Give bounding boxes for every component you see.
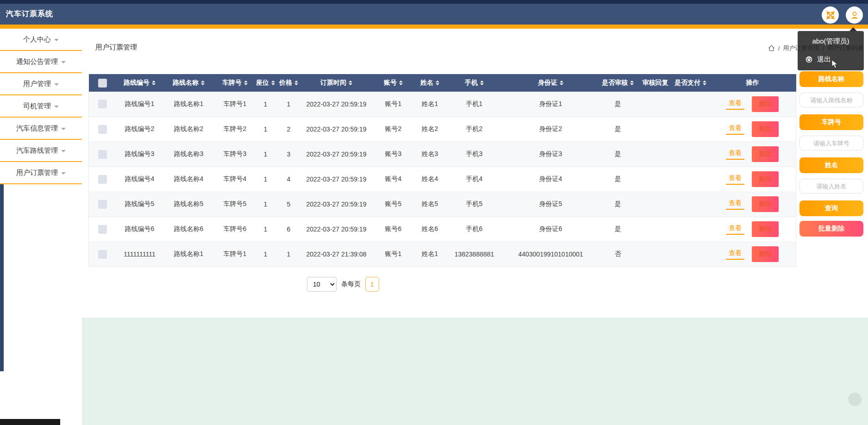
column-header-audited[interactable]: 是否审核 — [597, 74, 639, 92]
delete-button[interactable]: 删除 — [752, 171, 779, 187]
view-button[interactable]: 查看 — [726, 224, 744, 235]
filter-field-button-0[interactable]: 路线名称 — [799, 71, 863, 87]
sidebar-item-4[interactable]: 汽车信息管理 — [0, 118, 82, 140]
column-header-seats[interactable]: 座位 — [256, 74, 276, 92]
sidebar-item-6[interactable]: 用户订票管理 — [0, 162, 82, 184]
column-header-price[interactable]: 价格 — [276, 74, 302, 92]
row-actions: 查看删除 — [709, 96, 796, 112]
sidebar-item-5[interactable]: 汽车路线管理 — [0, 140, 82, 162]
search-button[interactable]: 查询 — [799, 200, 863, 216]
sort-down-arrow — [399, 83, 403, 85]
logout-label: 退出 — [817, 55, 831, 64]
column-header-id-card[interactable]: 身份证 — [505, 74, 597, 92]
sidebar-item-label: 汽车路线管理 — [16, 146, 58, 155]
home-icon[interactable] — [768, 45, 775, 51]
sort-icon[interactable] — [703, 81, 706, 85]
column-header-paid[interactable]: 是否支付 — [672, 74, 709, 92]
filter-input-2[interactable] — [799, 179, 863, 194]
sort-icon[interactable] — [560, 81, 563, 85]
row-checkbox[interactable] — [98, 250, 107, 259]
row-checkbox[interactable] — [98, 125, 107, 134]
delete-button[interactable]: 删除 — [752, 96, 779, 112]
column-header-account[interactable]: 账号 — [371, 74, 416, 92]
sidebar-item-1[interactable]: 通知公告管理 — [0, 51, 82, 73]
filter-input-0[interactable] — [799, 93, 863, 107]
fullscreen-button[interactable] — [822, 6, 839, 24]
cell-ops: 查看删除 — [709, 117, 796, 142]
cell-route-no: 路线编号4 — [117, 167, 163, 192]
sidebar-item-2[interactable]: 用户管理 — [0, 73, 82, 95]
caret-down-icon — [61, 150, 66, 152]
sort-icon[interactable] — [294, 81, 298, 85]
cell-phone: 手机6 — [444, 217, 505, 242]
view-button[interactable]: 查看 — [726, 99, 744, 110]
fullscreen-arrows-icon — [826, 11, 835, 20]
filter-field-button-1[interactable]: 车牌号 — [799, 114, 863, 130]
cell-paid — [672, 117, 709, 142]
row-checkbox[interactable] — [98, 175, 107, 184]
sort-down-arrow — [480, 83, 484, 85]
cell-name: 姓名5 — [416, 192, 444, 217]
filter-input-1[interactable] — [799, 136, 863, 150]
scroll-top-button[interactable] — [848, 393, 862, 406]
cell-book-time: 2022-03-27 21:39:08 — [302, 242, 371, 267]
sort-icon[interactable] — [152, 81, 156, 85]
sort-icon[interactable] — [349, 81, 352, 85]
sort-icon[interactable] — [201, 81, 205, 85]
view-button[interactable]: 查看 — [726, 199, 744, 210]
column-header-route-no[interactable]: 路线编号 — [117, 74, 163, 92]
sidebar-item-label: 汽车信息管理 — [16, 124, 58, 133]
sort-icon[interactable] — [244, 81, 248, 85]
cell-phone: 手机1 — [444, 92, 505, 117]
cell-book-time: 2022-03-27 20:59:19 — [302, 217, 371, 242]
delete-button[interactable]: 删除 — [752, 196, 779, 212]
view-button[interactable]: 查看 — [726, 174, 744, 185]
view-button[interactable]: 查看 — [726, 149, 744, 160]
column-header-route-name[interactable]: 路线名称 — [163, 74, 215, 92]
select-all-checkbox[interactable] — [98, 79, 107, 88]
delete-button[interactable]: 删除 — [752, 121, 779, 137]
column-header-phone[interactable]: 手机 — [444, 74, 505, 92]
sidebar-item-label: 个人中心 — [23, 35, 51, 44]
batch-delete-button[interactable]: 批量删除 — [799, 221, 863, 237]
table-row: 路线编号6路线名称6车牌号6162022-03-27 20:59:19账号6姓名… — [89, 217, 796, 242]
table-header-row: 路线编号路线名称车牌号座位价格订票时间账号姓名手机身份证是否审核审核回复是否支付… — [89, 74, 796, 92]
row-actions: 查看删除 — [709, 121, 796, 137]
sort-down-arrow — [436, 83, 439, 85]
sidebar-item-label: 司机管理 — [23, 102, 51, 111]
delete-button[interactable]: 删除 — [752, 221, 779, 237]
sort-icon[interactable] — [630, 81, 634, 85]
row-checkbox[interactable] — [98, 100, 107, 108]
cell-book-time: 2022-03-27 20:59:19 — [302, 192, 371, 217]
view-button[interactable]: 查看 — [726, 124, 744, 135]
sidebar-item-0[interactable]: 个人中心 — [0, 29, 82, 51]
column-header-plate-no[interactable]: 车牌号 — [215, 74, 256, 92]
row-checkbox[interactable] — [98, 150, 107, 159]
sidebar-item-3[interactable]: 司机管理 — [0, 95, 82, 118]
sort-down-arrow — [630, 83, 634, 85]
page-size-select[interactable]: 10 — [307, 277, 337, 292]
delete-button[interactable]: 删除 — [752, 146, 779, 162]
delete-button[interactable]: 删除 — [752, 246, 779, 262]
cell-phone: 手机2 — [444, 117, 505, 142]
sort-icon[interactable] — [480, 81, 484, 85]
cell-paid — [672, 142, 709, 167]
sort-icon[interactable] — [271, 81, 275, 85]
column-header-book-time[interactable]: 订票时间 — [302, 74, 371, 92]
cell-account: 账号4 — [371, 167, 416, 192]
view-button[interactable]: 查看 — [726, 249, 744, 260]
table-row: 1111111111路线名称1车牌号1112022-03-27 21:39:08… — [89, 242, 796, 267]
sort-icon[interactable] — [436, 81, 439, 85]
logged-in-user-label: abo(管理员) — [798, 31, 864, 51]
cell-seats: 1 — [256, 192, 276, 217]
filter-field-button-2[interactable]: 姓名 — [799, 157, 863, 173]
cell-account: 账号6 — [371, 217, 416, 242]
column-header-name[interactable]: 姓名 — [416, 74, 444, 92]
user-avatar-button[interactable] — [846, 6, 863, 24]
row-checkbox-cell — [89, 192, 117, 217]
table-row: 路线编号3路线名称3车牌号3132022-03-27 20:59:19账号3姓名… — [89, 142, 796, 167]
row-checkbox[interactable] — [98, 200, 107, 209]
page-number-button[interactable]: 1 — [365, 277, 379, 292]
row-checkbox[interactable] — [98, 225, 107, 234]
sort-icon[interactable] — [399, 81, 403, 85]
